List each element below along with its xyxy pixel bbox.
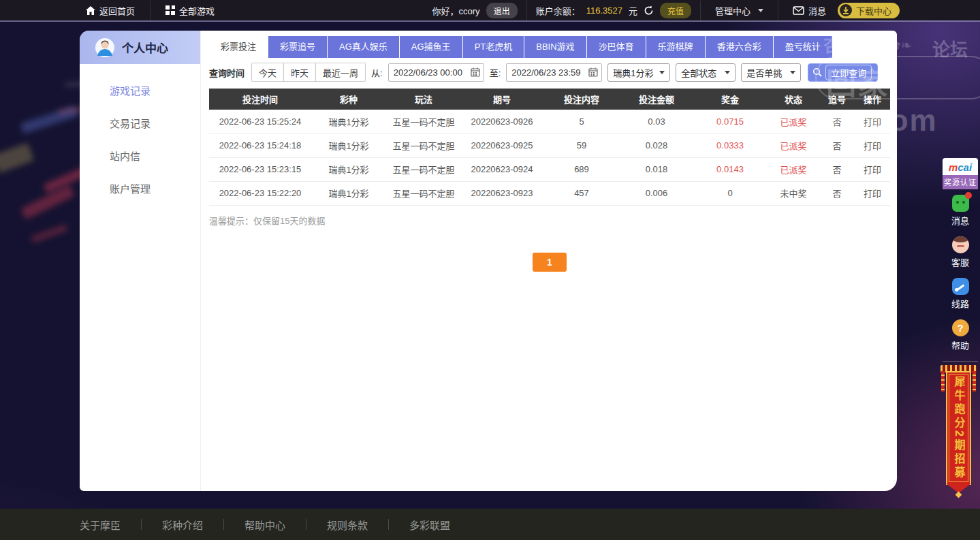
cell-bet-amount: 0.006 bbox=[620, 181, 693, 205]
lottery-type-value: 瑞典1分彩 bbox=[613, 66, 653, 79]
banner-ribbon: 犀牛跑分2期招募 bbox=[946, 371, 971, 485]
sidebar-item-site-mail[interactable]: 站内信 bbox=[80, 140, 200, 173]
today-button[interactable]: 今天 bbox=[252, 63, 284, 81]
status-badge: 已派奖 bbox=[768, 110, 819, 133]
rail-customer-service-label: 客服 bbox=[943, 255, 978, 268]
divider bbox=[700, 1, 701, 20]
cell-bet-time: 2022-06-23 15:24:18 bbox=[209, 133, 311, 157]
print-link[interactable]: 打印 bbox=[855, 110, 890, 133]
cell-bet-content: 5 bbox=[543, 110, 620, 133]
tab-ag-live[interactable]: AG真人娱乐 bbox=[328, 36, 399, 58]
footer-link-lottery-intro[interactable]: 彩种介绍 bbox=[162, 518, 203, 532]
sidebar-item-transaction-records[interactable]: 交易记录 bbox=[80, 108, 200, 140]
tab-lottery-bets[interactable]: 彩票投注 bbox=[209, 36, 268, 58]
sidebar-item-game-records[interactable]: 游戏记录 bbox=[80, 75, 200, 108]
refresh-balance-icon[interactable] bbox=[644, 5, 654, 16]
recharge-button[interactable]: 充值 bbox=[660, 3, 691, 18]
yesterday-button[interactable]: 昨天 bbox=[284, 63, 316, 81]
rail-messages-button[interactable]: 消息 bbox=[943, 189, 978, 231]
pagination: 1 bbox=[209, 253, 890, 272]
footer-link-alliance[interactable]: 多彩联盟 bbox=[409, 518, 450, 532]
mcai-logo: mcai bbox=[943, 161, 978, 173]
to-date-field[interactable] bbox=[506, 63, 602, 82]
col-lottery: 彩种 bbox=[311, 89, 386, 110]
balance-label: 账户余额： bbox=[536, 4, 580, 17]
tab-ag-fishing[interactable]: AG捕鱼王 bbox=[400, 36, 462, 58]
all-games-label: 全部游戏 bbox=[179, 4, 215, 17]
messages-link[interactable]: 消息 bbox=[787, 0, 832, 20]
download-center-button[interactable]: 下载中心 bbox=[838, 3, 900, 18]
col-bet-time: 投注时间 bbox=[209, 89, 311, 110]
footer-link-help-center[interactable]: 帮助中心 bbox=[244, 518, 285, 532]
status-select[interactable]: 全部状态 bbox=[676, 63, 736, 82]
promo-banner[interactable]: 犀牛跑分2期招募 bbox=[941, 365, 976, 494]
tab-bbin-games[interactable]: BBIN游戏 bbox=[524, 36, 586, 58]
print-link[interactable]: 打印 bbox=[855, 133, 890, 157]
cell-lottery: 瑞典1分彩 bbox=[311, 133, 386, 157]
back-home-link[interactable]: 返回首页 bbox=[80, 0, 140, 20]
notification-dot bbox=[965, 192, 972, 199]
all-games-link[interactable]: 全部游戏 bbox=[160, 0, 220, 20]
gauge-icon bbox=[952, 278, 969, 295]
from-date-input[interactable] bbox=[394, 67, 467, 78]
from-date-field[interactable] bbox=[388, 63, 484, 82]
calendar-icon[interactable] bbox=[471, 67, 480, 77]
single-pick-select[interactable]: 是否单挑 bbox=[741, 63, 801, 82]
page-1-button[interactable]: 1 bbox=[533, 253, 567, 272]
table-row: 2022-06-23 15:24:18 瑞典1分彩 五星一码不定胆 202206… bbox=[209, 133, 890, 157]
admin-center-menu[interactable]: 管理中心 bbox=[710, 0, 769, 20]
cell-chase: 否 bbox=[819, 133, 855, 157]
print-link[interactable]: 打印 bbox=[855, 157, 890, 181]
cell-bet-content: 689 bbox=[543, 157, 620, 181]
print-link[interactable]: 打印 bbox=[855, 181, 890, 205]
banner-tassel bbox=[941, 371, 945, 392]
cell-prize: 0 bbox=[693, 181, 768, 205]
table-row: 2022-06-23 15:22:20 瑞典1分彩 五星一码不定胆 202206… bbox=[209, 181, 890, 205]
tab-pt-slots[interactable]: PT老虎机 bbox=[463, 36, 524, 58]
search-icon bbox=[812, 67, 822, 77]
last-week-button[interactable]: 最近一周 bbox=[316, 63, 365, 81]
cell-lottery: 瑞典1分彩 bbox=[311, 181, 386, 205]
download-icon bbox=[840, 4, 852, 16]
cell-prize: 0.0715 bbox=[693, 110, 768, 133]
status-badge: 未中奖 bbox=[768, 181, 819, 205]
cell-bet-time: 2022-06-23 15:25:24 bbox=[209, 110, 311, 133]
grid-icon bbox=[165, 5, 175, 15]
tab-lottery-chase[interactable]: 彩票追号 bbox=[268, 36, 327, 58]
rail-help-button[interactable]: ? 帮助 bbox=[943, 314, 978, 355]
lottery-type-select[interactable]: 瑞典1分彩 bbox=[607, 63, 670, 82]
search-button-label: 立即查询 bbox=[825, 65, 872, 80]
admin-center-label: 管理中心 bbox=[715, 4, 750, 17]
tab-hk-mark-six[interactable]: 香港六合彩 bbox=[706, 36, 773, 58]
balance-unit: 元 bbox=[629, 4, 637, 17]
to-date-input[interactable] bbox=[511, 67, 585, 78]
tab-profit-stats[interactable]: 盈亏统计 bbox=[774, 36, 832, 58]
to-label: 至: bbox=[490, 66, 501, 79]
query-bar: 查询时间 今天 昨天 最近一周 从: 至: 瑞典1分彩 全部状态 bbox=[209, 63, 890, 82]
search-button[interactable]: 立即查询 bbox=[808, 63, 878, 82]
footer-link-rules[interactable]: 规则条款 bbox=[327, 518, 368, 532]
topbar: 返回首页 全部游戏 你好，ccory 退出 账户余额： 116.3527 元 充… bbox=[0, 0, 980, 20]
footer-link-about[interactable]: 关于摩臣 bbox=[80, 518, 121, 532]
logout-button[interactable]: 退出 bbox=[486, 3, 518, 18]
sidebar-title: 个人中心 bbox=[122, 39, 168, 56]
rail-customer-service-button[interactable]: 客服 bbox=[943, 231, 978, 272]
chevron-down-icon bbox=[725, 71, 730, 74]
cert-card[interactable]: mcai bbox=[943, 158, 978, 175]
rail-lines-button[interactable]: 线路 bbox=[943, 272, 978, 314]
cell-bet-content: 59 bbox=[543, 133, 620, 157]
cell-bet-amount: 0.018 bbox=[620, 157, 693, 181]
customer-service-icon bbox=[952, 236, 969, 253]
cell-issue: 20220623-0924 bbox=[461, 157, 543, 181]
tab-leyou-chess[interactable]: 乐游棋牌 bbox=[646, 36, 705, 58]
mail-icon bbox=[793, 6, 804, 15]
tab-bar: 彩票投注 彩票追号 AG真人娱乐 AG捕鱼王 PT老虎机 BBIN游戏 沙巴体育… bbox=[209, 36, 890, 58]
divider bbox=[141, 519, 142, 530]
tab-saba-sports[interactable]: 沙巴体育 bbox=[587, 36, 646, 58]
sidebar-item-account-management[interactable]: 账户管理 bbox=[80, 173, 200, 206]
calendar-icon[interactable] bbox=[588, 67, 598, 77]
col-chase: 追号 bbox=[819, 89, 855, 110]
back-home-label: 返回首页 bbox=[99, 4, 135, 17]
col-action: 操作 bbox=[855, 89, 890, 110]
sidebar: 个人中心 游戏记录 交易记录 站内信 账户管理 bbox=[80, 31, 201, 491]
